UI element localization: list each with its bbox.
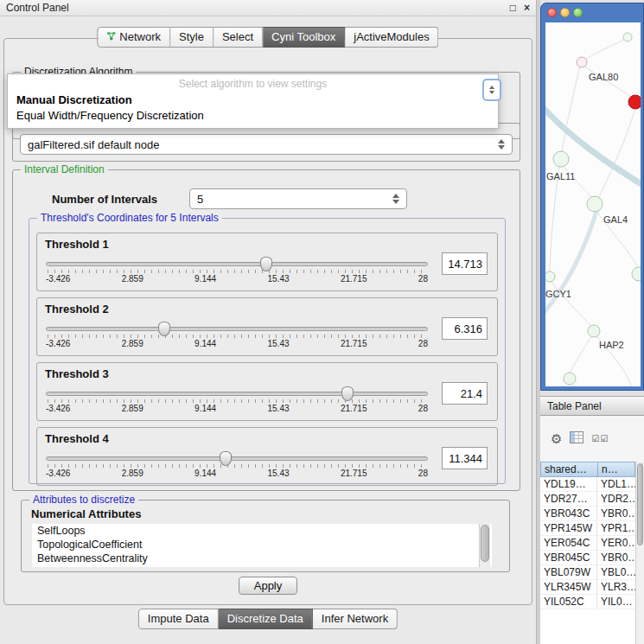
- threshold-2-value-field[interactable]: 6.316: [442, 317, 488, 340]
- scrollbar-thumb[interactable]: [481, 525, 489, 562]
- cell-name[interactable]: YDR2…: [597, 492, 635, 506]
- gear-icon[interactable]: ⚙: [551, 432, 562, 445]
- number-of-intervals-combobox[interactable]: 5: [189, 188, 407, 209]
- network-node[interactable]: [545, 271, 555, 282]
- column-header-shared-name[interactable]: shared…: [540, 462, 597, 477]
- slider-track[interactable]: [46, 327, 428, 331]
- network-node[interactable]: [577, 57, 587, 67]
- table-scrollbar[interactable]: [635, 462, 644, 644]
- slider-track[interactable]: [46, 262, 428, 266]
- cell-name[interactable]: YBL0…: [597, 565, 635, 579]
- cell-name[interactable]: YER0…: [597, 536, 635, 550]
- table-row[interactable]: YBR045C YBR0…: [540, 551, 635, 565]
- cell-name[interactable]: YPR1…: [597, 521, 635, 535]
- cell-name[interactable]: YIL0…: [597, 595, 635, 609]
- threshold-1-value-field[interactable]: 14.713: [442, 252, 488, 275]
- table-panel-title: Table Panel: [547, 400, 602, 412]
- tab-cyni-toolbox[interactable]: Cyni Toolbox: [263, 27, 345, 48]
- zoom-traffic-icon[interactable]: [573, 8, 583, 17]
- algorithm-option-equal-width[interactable]: Equal Width/Frequency Discretization: [8, 108, 498, 124]
- cell-name[interactable]: YLR3…: [597, 580, 635, 594]
- table-row[interactable]: YBR043C YBR0…: [540, 507, 635, 521]
- close-window-button[interactable]: ×: [524, 2, 530, 14]
- scrollbar-thumb[interactable]: [637, 463, 643, 545]
- tick-label: 2.859: [122, 404, 143, 413]
- threshold-3-value-field[interactable]: 21.4: [442, 382, 488, 405]
- threshold-1-label: Threshold 1: [45, 238, 109, 251]
- cell-shared-name[interactable]: YER054C: [540, 536, 597, 550]
- table-toolbar: ⚙ ☑☑: [540, 416, 644, 462]
- slider-ticks: [48, 399, 426, 403]
- attribute-list-item[interactable]: BetweennessCentrality: [32, 552, 492, 565]
- cell-name[interactable]: YBR0…: [597, 507, 635, 520]
- threshold-3-slider[interactable]: -3.4262.8599.14415.4321.71528: [46, 386, 428, 417]
- cell-name[interactable]: YDL1…: [597, 477, 635, 491]
- window-titlebar: Control Panel □ ×: [0, 0, 536, 16]
- network-node[interactable]: [588, 325, 600, 337]
- slider-track[interactable]: [46, 456, 428, 461]
- attribute-list-item[interactable]: SelfLoops: [32, 524, 492, 538]
- algorithm-option-manual[interactable]: Manual Discretization: [8, 92, 498, 108]
- tick-label: 15.43: [268, 404, 290, 413]
- slider-thumb[interactable]: [220, 451, 232, 466]
- table-row[interactable]: YDL19… YDL1…: [540, 477, 635, 492]
- cell-shared-name[interactable]: YLR345W: [540, 580, 597, 594]
- network-node-red[interactable]: [628, 95, 641, 109]
- cell-shared-name[interactable]: YBR045C: [540, 551, 597, 564]
- tab-style[interactable]: Style: [170, 27, 214, 48]
- float-window-button[interactable]: □: [510, 2, 516, 14]
- slider-thumb[interactable]: [158, 322, 170, 336]
- cell-shared-name[interactable]: YIL052C: [540, 595, 597, 609]
- table-panel-header[interactable]: Table Panel: [540, 396, 644, 416]
- numerical-attributes-list[interactable]: SelfLoopsTopologicalCoefficientBetweenne…: [32, 524, 492, 567]
- column-header-name[interactable]: n…: [597, 462, 635, 477]
- threshold-4-value-field[interactable]: 11.344: [442, 447, 488, 469]
- apply-button[interactable]: Apply: [239, 577, 297, 595]
- slider-track[interactable]: [46, 392, 428, 396]
- cell-shared-name[interactable]: YBR043C: [540, 507, 597, 520]
- close-traffic-icon[interactable]: [547, 8, 557, 17]
- tick-label: 2.859: [122, 469, 143, 478]
- slider-thumb[interactable]: [260, 257, 272, 271]
- table-data-combobox[interactable]: galFiltered.sif default node: [20, 134, 513, 155]
- slider-ticks: [48, 270, 426, 273]
- tab-label: Network: [119, 30, 161, 43]
- tab-network[interactable]: Network: [97, 27, 170, 48]
- stepper-icon: [392, 194, 399, 204]
- table-row[interactable]: YLR345W YLR3…: [540, 580, 635, 595]
- attributes-scrollbar[interactable]: [479, 524, 490, 567]
- tab-discretize-data[interactable]: Discretize Data: [219, 609, 313, 629]
- cell-name[interactable]: YBR0…: [597, 551, 635, 564]
- threshold-1-slider[interactable]: -3.4262.8599.14415.4321.71528: [46, 256, 428, 287]
- network-node[interactable]: [623, 33, 632, 41]
- column-selector-icon[interactable]: [570, 431, 583, 447]
- table-row[interactable]: YIL052C YIL0…: [540, 595, 635, 609]
- cell-shared-name[interactable]: YDL19…: [540, 477, 597, 491]
- tick-label: -3.426: [46, 469, 70, 478]
- network-node[interactable]: [564, 373, 576, 385]
- algorithm-combo-stepper[interactable]: [482, 79, 501, 101]
- attribute-list-item[interactable]: TopologicalCoefficient: [32, 538, 492, 552]
- cell-shared-name[interactable]: YBL079W: [540, 565, 597, 579]
- tick-label: 28: [418, 339, 428, 348]
- network-canvas[interactable]: GAL80 GAL11 GAL4 GCY1 HAP2: [545, 22, 641, 386]
- threshold-2-slider[interactable]: -3.4262.8599.14415.4321.71528: [46, 321, 428, 352]
- table-row[interactable]: YDR27… YDR2…: [540, 492, 635, 507]
- network-node[interactable]: [587, 196, 603, 212]
- network-node[interactable]: [632, 267, 641, 281]
- minimize-traffic-icon[interactable]: [560, 8, 570, 17]
- cell-shared-name[interactable]: YPR145W: [540, 521, 597, 535]
- table-row[interactable]: YPR145W YPR1…: [540, 521, 635, 536]
- network-node[interactable]: [553, 151, 569, 167]
- tick-label: 21.715: [341, 339, 367, 348]
- tab-jactivemodules[interactable]: jActiveModules: [345, 27, 438, 48]
- tab-impute-data[interactable]: Impute Data: [138, 609, 219, 629]
- table-row[interactable]: YBL079W YBL0…: [540, 565, 635, 580]
- cell-shared-name[interactable]: YDR27…: [540, 492, 597, 506]
- select-checkboxes-icon[interactable]: ☑☑: [591, 434, 609, 443]
- threshold-3-label: Threshold 3: [45, 367, 109, 380]
- threshold-4-slider[interactable]: -3.4262.8599.14415.4321.71528: [46, 450, 428, 481]
- tab-infer-network[interactable]: Infer Network: [313, 609, 398, 629]
- tab-select[interactable]: Select: [214, 27, 263, 48]
- table-row[interactable]: YER054C YER0…: [540, 536, 635, 551]
